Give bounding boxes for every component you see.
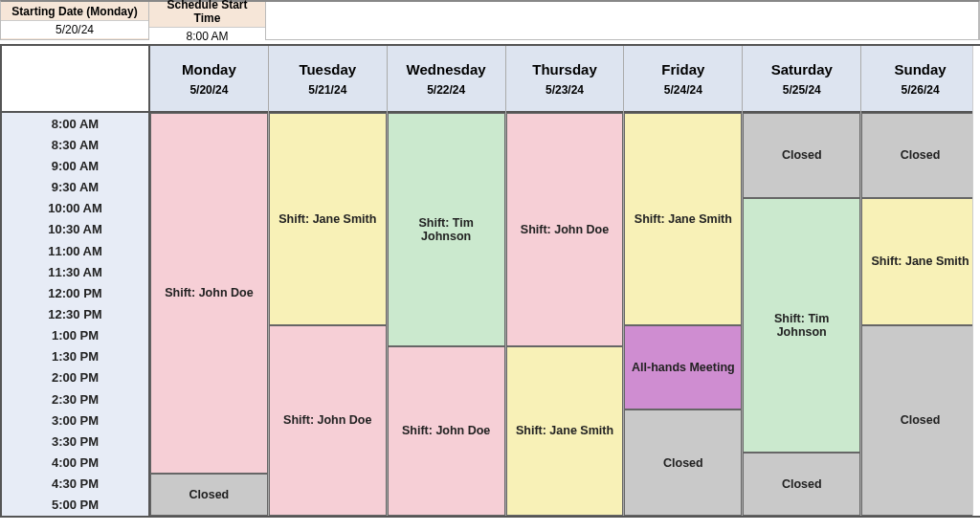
day-body: Shift: Jane SmithAll-hands MeetingClosed <box>624 113 742 516</box>
right-edge <box>972 46 980 516</box>
schedule-block[interactable]: Closed <box>861 325 979 516</box>
time-slot: 2:00 PM <box>2 367 148 388</box>
schedule-block[interactable]: Shift: Tim Johnson <box>388 113 505 346</box>
time-slot: 4:00 PM <box>2 453 148 474</box>
schedule-block[interactable]: Closed <box>743 453 860 516</box>
schedule-block[interactable]: All-hands Meeting <box>624 325 742 410</box>
day-header: Tuesday5/21/24 <box>269 46 387 113</box>
schedule-block[interactable]: Shift: Jane Smith <box>624 113 742 325</box>
day-column-sat: Saturday5/25/24ClosedShift: Tim JohnsonC… <box>743 46 861 516</box>
day-date: 5/20/24 <box>189 83 228 97</box>
day-column-tue: Tuesday5/21/24Shift: Jane SmithShift: Jo… <box>269 46 388 516</box>
day-header: Wednesday5/22/24 <box>388 46 505 113</box>
day-date: 5/24/24 <box>664 83 702 97</box>
time-slot: 12:30 PM <box>2 303 148 324</box>
time-slot: 3:30 PM <box>2 431 148 452</box>
schedule-block[interactable]: Shift: Jane Smith <box>269 113 387 325</box>
day-name: Sunday <box>894 61 946 77</box>
day-name: Saturday <box>771 61 833 77</box>
time-slot: 4:30 PM <box>2 474 148 495</box>
day-column-wed: Wednesday5/22/24Shift: Tim JohnsonShift:… <box>388 46 506 516</box>
time-slot: 12:00 PM <box>2 282 148 303</box>
day-header: Saturday5/25/24 <box>743 46 860 113</box>
day-column-thu: Thursday5/23/24Shift: John DoeShift: Jan… <box>506 46 625 516</box>
time-slot: 2:30 PM <box>2 388 148 409</box>
time-slot: 10:30 AM <box>2 219 148 240</box>
time-slot: 11:30 AM <box>2 261 148 282</box>
day-body: ClosedShift: Tim JohnsonClosed <box>743 113 860 516</box>
schedule-block[interactable]: Shift: Tim Johnson <box>743 198 860 453</box>
day-column-mon: Monday5/20/24Shift: John DoeClosed <box>150 46 269 516</box>
start-time-cell: Schedule Start Time 8:00 AM <box>149 2 266 39</box>
day-header: Sunday5/26/24 <box>861 46 979 113</box>
schedule-block[interactable]: Shift: Jane Smith <box>861 198 979 325</box>
schedule-block[interactable]: Shift: John Doe <box>269 325 387 516</box>
time-slot: 3:00 PM <box>2 409 148 431</box>
day-body: ClosedShift: Jane SmithClosed <box>861 113 979 516</box>
time-slot: 8:30 AM <box>2 134 148 155</box>
day-name: Tuesday <box>299 61 356 77</box>
time-slot: 1:30 PM <box>2 346 148 367</box>
schedule-block[interactable]: Closed <box>624 409 742 516</box>
time-slots: 8:00 AM8:30 AM9:00 AM9:30 AM10:00 AM10:3… <box>2 113 148 516</box>
schedule-block[interactable]: Shift: Jane Smith <box>506 346 624 516</box>
schedule-block[interactable]: Shift: John Doe <box>150 113 268 474</box>
day-body: Shift: Jane SmithShift: John Doe <box>269 113 387 516</box>
schedule-block[interactable]: Closed <box>150 474 268 516</box>
day-body: Shift: John DoeClosed <box>150 113 268 516</box>
time-header-blank <box>2 46 148 113</box>
schedule-block[interactable]: Shift: John Doe <box>388 346 505 516</box>
top-bar: Starting Date (Monday) 5/20/24 Schedule … <box>0 0 980 40</box>
time-slot: 10:00 AM <box>2 198 148 219</box>
day-name: Friday <box>661 61 704 77</box>
time-slot: 9:00 AM <box>2 155 148 176</box>
starting-date-label: Starting Date (Monday) <box>1 3 148 20</box>
day-date: 5/25/24 <box>783 83 821 97</box>
day-date: 5/23/24 <box>546 83 584 97</box>
time-slot: 5:00 PM <box>2 495 148 516</box>
day-date: 5/26/24 <box>902 83 940 97</box>
day-date: 5/22/24 <box>427 83 465 97</box>
start-time-value[interactable]: 8:00 AM <box>149 27 265 45</box>
starting-date-value[interactable]: 5/20/24 <box>1 20 148 38</box>
time-slot: 9:30 AM <box>2 176 148 197</box>
time-slot: 11:00 AM <box>2 240 148 261</box>
start-time-label: Schedule Start Time <box>149 0 265 27</box>
day-header: Monday5/20/24 <box>150 46 268 113</box>
day-name: Monday <box>182 61 236 77</box>
day-date: 5/21/24 <box>308 83 346 97</box>
day-name: Wednesday <box>407 61 486 77</box>
day-body: Shift: John DoeShift: Jane Smith <box>506 113 624 516</box>
time-slot: 1:00 PM <box>2 325 148 346</box>
day-header: Friday5/24/24 <box>624 46 742 113</box>
schedule-block[interactable]: Shift: John Doe <box>506 113 624 346</box>
day-header: Thursday5/23/24 <box>506 46 624 113</box>
days-container: Monday5/20/24Shift: John DoeClosedTuesda… <box>150 46 980 516</box>
day-column-sun: Sunday5/26/24ClosedShift: Jane SmithClos… <box>861 46 980 516</box>
schedule-block[interactable]: Closed <box>743 113 860 198</box>
day-name: Thursday <box>532 61 597 77</box>
schedule-grid: 8:00 AM8:30 AM9:00 AM9:30 AM10:00 AM10:3… <box>0 44 980 518</box>
starting-date-cell: Starting Date (Monday) 5/20/24 <box>1 2 149 39</box>
top-blank <box>266 2 979 39</box>
day-body: Shift: Tim JohnsonShift: John Doe <box>388 113 505 516</box>
time-slot: 8:00 AM <box>2 113 148 134</box>
day-column-fri: Friday5/24/24Shift: Jane SmithAll-hands … <box>624 46 743 516</box>
schedule-block[interactable]: Closed <box>861 113 979 198</box>
time-column: 8:00 AM8:30 AM9:00 AM9:30 AM10:00 AM10:3… <box>2 46 150 516</box>
